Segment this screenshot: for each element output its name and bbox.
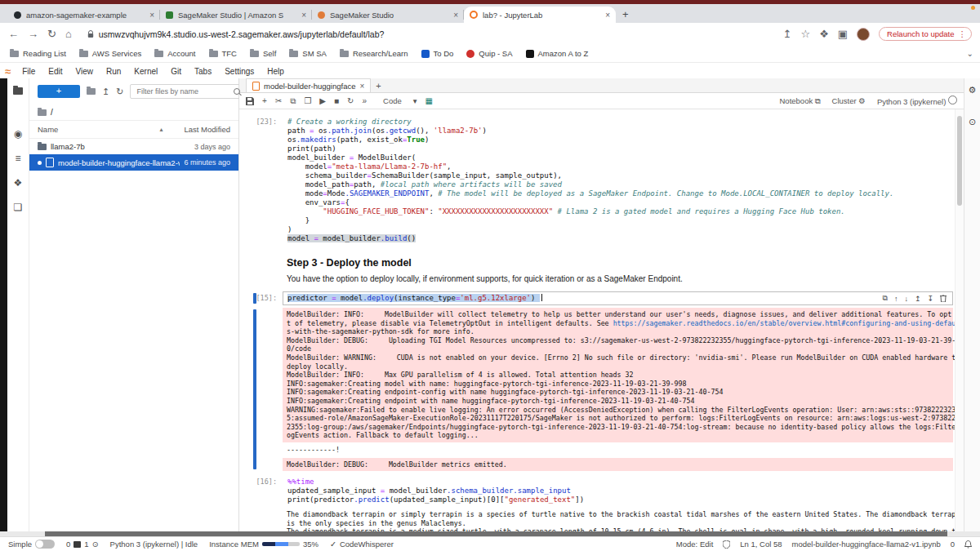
bookmarks-overflow-chevron-icon[interactable]: ⌄: [967, 49, 973, 58]
run-cell-icon[interactable]: ▶: [319, 97, 326, 105]
extensions-icon[interactable]: ❖: [819, 29, 829, 39]
menu-item-git[interactable]: Git: [164, 67, 188, 76]
menu-item-help[interactable]: Help: [261, 67, 291, 76]
file-row[interactable]: llama2-7b3 days ago: [29, 139, 238, 154]
kernel-status-text[interactable]: Python 3 (ipykernel) | Idle: [110, 540, 198, 549]
notebook-link[interactable]: Notebook ⧉: [780, 96, 821, 106]
file-browser-icon[interactable]: [13, 87, 23, 96]
browser-tab[interactable]: SageMaker Studio×: [312, 7, 464, 23]
filter-files-input[interactable]: [135, 87, 234, 96]
new-tab-button[interactable]: +: [622, 8, 629, 20]
execution-count: [23]:: [241, 115, 283, 246]
menu-dots-icon[interactable]: ⋮: [959, 29, 967, 38]
menu-item-edit[interactable]: Edit: [42, 67, 69, 76]
bookmark-aws-services[interactable]: AWS Services: [79, 49, 141, 58]
tab-close-icon[interactable]: ×: [453, 11, 458, 20]
bookmark-self[interactable]: Self: [250, 49, 276, 58]
bookmark-sm-sa[interactable]: SM SA: [289, 49, 327, 58]
menu-item-run[interactable]: Run: [100, 67, 127, 76]
running-kernels-icon[interactable]: ◉: [14, 129, 22, 139]
cell-input-editor[interactable]: # Create a working directorypath = os.pa…: [283, 115, 953, 246]
debugger-icon[interactable]: ⊙: [969, 117, 976, 127]
move-cell-down-icon[interactable]: ↓: [904, 295, 908, 303]
add-cell-icon[interactable]: +: [262, 97, 267, 105]
mode-indicator[interactable]: Mode: Edit: [676, 540, 713, 549]
bookmark-amazon-a-to-z[interactable]: Amazon A to Z: [526, 49, 589, 58]
home-icon[interactable]: ⌂: [65, 29, 72, 39]
code-cell[interactable]: [23]:# Create a working directorypath = …: [241, 115, 953, 246]
insert-cell-below-icon[interactable]: ↧: [927, 295, 933, 303]
new-folder-icon[interactable]: [87, 87, 96, 96]
duplicate-cell-icon[interactable]: ⧉: [882, 294, 887, 303]
add-document-tab-button[interactable]: +: [376, 81, 381, 92]
delete-cell-icon[interactable]: [940, 295, 947, 302]
property-inspector-icon[interactable]: ⚙: [969, 85, 977, 96]
new-launcher-button[interactable]: +: [38, 85, 80, 98]
breadcrumb[interactable]: /: [29, 103, 238, 121]
bookmark-to-do[interactable]: To Do: [421, 49, 454, 58]
codewhisperer-status[interactable]: ✓ CodeWhisperer: [330, 540, 394, 549]
menu-item-file[interactable]: File: [16, 67, 42, 76]
forward-icon[interactable]: →: [28, 29, 38, 39]
insert-cell-above-icon[interactable]: ↥: [915, 295, 921, 303]
restart-run-all-icon[interactable]: »: [362, 97, 367, 105]
column-name[interactable]: Name: [38, 125, 159, 134]
cut-cell-icon[interactable]: ✂: [275, 97, 282, 105]
cell-input-editor[interactable]: predictor = model.deploy(instance_type='…: [283, 291, 953, 305]
vertical-scrollbar[interactable]: [955, 109, 964, 531]
markdown-cell[interactable]: Step 3 - Deploy the modelYou have the op…: [241, 247, 953, 290]
cursor-position[interactable]: Ln 1, Col 58: [740, 540, 782, 549]
bookmark-research-learn[interactable]: Research/Learn: [340, 49, 408, 58]
browser-tab[interactable]: lab? - JupyterLab×: [464, 7, 616, 23]
paste-cell-icon[interactable]: ❐: [304, 97, 311, 105]
browser-tab[interactable]: SageMaker Studio | Amazon S×: [160, 7, 312, 23]
cell-type-dropdown[interactable]: Code ▾: [383, 96, 417, 105]
bell-icon[interactable]: [964, 540, 972, 549]
back-icon[interactable]: ←: [8, 29, 19, 39]
bookmark-reading-list[interactable]: Reading List: [10, 49, 66, 58]
move-cell-up-icon[interactable]: ↑: [894, 295, 898, 303]
menu-item-settings[interactable]: Settings: [218, 67, 261, 76]
terminals-kernels-indicator[interactable]: 0 1 ⊙: [66, 540, 99, 549]
filter-files-box[interactable]: [130, 84, 245, 99]
share-icon[interactable]: ↥: [783, 29, 792, 39]
code-cell[interactable]: [16]:%%timeupdated_sample_input = model_…: [241, 475, 953, 531]
tab-close-icon[interactable]: ×: [149, 11, 154, 20]
avatar[interactable]: [857, 28, 870, 41]
menu-item-view[interactable]: View: [69, 67, 100, 76]
bookmark-account[interactable]: Account: [154, 49, 195, 58]
simple-mode-toggle[interactable]: [35, 540, 55, 549]
notebook-tab[interactable]: model-builder-huggingface ×: [246, 78, 371, 92]
cluster-link[interactable]: Cluster ⚙: [832, 96, 866, 105]
side-panel-icon[interactable]: ▣: [838, 29, 848, 39]
tab-close-icon[interactable]: ×: [605, 11, 610, 20]
vertical-scrollbar-thumb[interactable]: [957, 116, 962, 206]
reload-icon[interactable]: ↻: [47, 29, 56, 39]
stop-kernel-icon[interactable]: ■: [334, 97, 339, 105]
notebook-tab-close-icon[interactable]: ×: [360, 82, 365, 91]
browser-tab[interactable]: amazon-sagemaker-example×: [8, 7, 160, 23]
table-of-contents-icon[interactable]: ≡: [15, 153, 20, 163]
upload-icon[interactable]: ↥: [102, 87, 109, 96]
bookmark-star-icon[interactable]: ☆: [800, 29, 810, 39]
code-cell[interactable]: [15]:predictor = model.deploy(instance_t…: [241, 291, 953, 473]
restart-kernel-icon[interactable]: ↻: [347, 97, 354, 105]
file-list-header[interactable]: Name ▴ Last Modified: [29, 121, 238, 139]
cell-input-editor[interactable]: %%timeupdated_sample_input = model_build…: [283, 475, 953, 507]
bookmark-tfc[interactable]: TFC: [209, 49, 237, 58]
address-bar[interactable]: usmwzvqhujvm9k4.studio.us-west-2.sagemak…: [81, 29, 774, 39]
kernel-grid-icon[interactable]: ▦: [425, 97, 433, 105]
file-row[interactable]: model-builder-huggingface-llama2-v1.i...…: [29, 154, 238, 171]
refresh-icon[interactable]: ↻: [116, 87, 123, 96]
bookmark-quip-sa[interactable]: Quip - SA: [466, 49, 512, 58]
copy-cell-icon[interactable]: ⧉: [290, 97, 296, 105]
extension-manager-icon[interactable]: ❖: [14, 178, 23, 188]
kernel-name[interactable]: Python 3 (ipykernel): [877, 96, 957, 106]
chat-icon[interactable]: ❏: [14, 202, 23, 212]
menu-item-tabs[interactable]: Tabs: [188, 67, 218, 76]
menu-item-kernel[interactable]: Kernel: [127, 67, 164, 76]
relaunch-to-update-button[interactable]: Relaunch to update ⋮: [879, 27, 972, 41]
tab-close-icon[interactable]: ×: [301, 11, 306, 20]
column-last-modified[interactable]: Last Modified: [184, 125, 230, 134]
save-icon[interactable]: [246, 97, 254, 105]
